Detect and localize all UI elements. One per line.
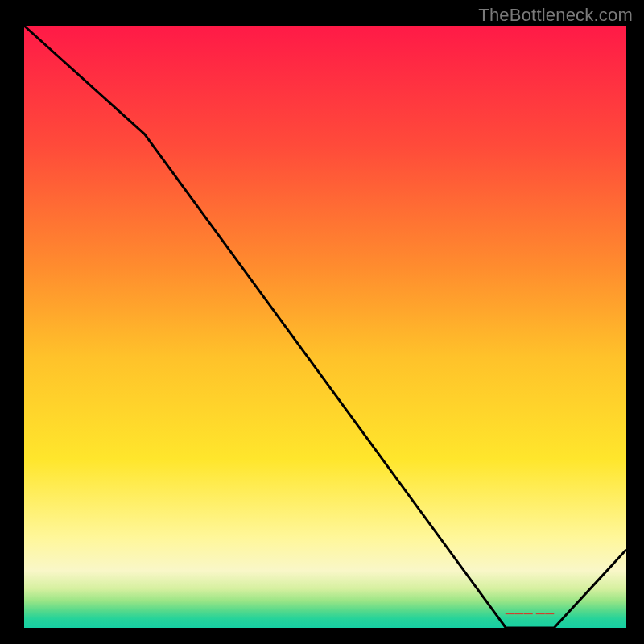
plot-background	[24, 26, 626, 628]
chart-container: TheBottleneck.com ——— ——	[0, 0, 644, 644]
frame-bottom	[0, 628, 644, 644]
trough-label: ——— ——	[506, 609, 555, 618]
watermark-text: TheBottleneck.com	[478, 5, 633, 26]
bottleneck-chart: ——— ——	[0, 0, 644, 644]
frame-right	[626, 0, 644, 644]
frame-left	[0, 0, 24, 644]
